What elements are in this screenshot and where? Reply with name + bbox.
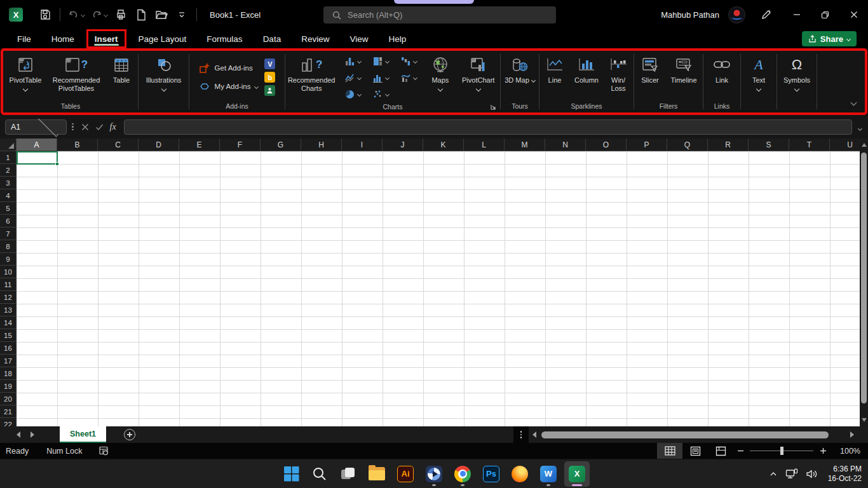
column-header-m[interactable]: M — [505, 139, 545, 151]
cancel-entry-button[interactable] — [81, 123, 89, 131]
clock[interactable]: 6:36 PM 16-Oct-22 — [828, 464, 862, 484]
redo-button[interactable] — [88, 5, 110, 24]
customize-quick-access-button[interactable] — [172, 5, 191, 24]
undo-button[interactable] — [65, 5, 87, 24]
row-header-16[interactable]: 16 — [0, 342, 17, 355]
feedback-pen-icon[interactable] — [756, 5, 777, 24]
menu-tab-help[interactable]: Help — [380, 29, 414, 48]
column-header-u[interactable]: U — [830, 139, 860, 151]
row-header-5[interactable]: 5 — [0, 202, 17, 215]
close-button[interactable] — [839, 0, 868, 29]
formula-input[interactable] — [124, 119, 852, 135]
charts-dialog-launcher[interactable] — [490, 104, 497, 111]
search-input[interactable]: Search (Alt+Q) — [323, 6, 556, 24]
print-preview-button[interactable] — [111, 5, 130, 24]
row-header-21[interactable]: 21 — [0, 405, 17, 418]
record-macro-button[interactable] — [98, 446, 109, 456]
addin-people-graph-icon[interactable] — [264, 85, 275, 96]
insert-combo-chart-button[interactable] — [395, 69, 423, 86]
vertical-scrollbar[interactable] — [860, 139, 868, 426]
scroll-right-arrow[interactable] — [850, 431, 854, 438]
table-button[interactable]: Table — [107, 53, 136, 85]
expand-formula-bar-button[interactable] — [857, 121, 863, 133]
page-break-preview-button[interactable] — [708, 443, 733, 459]
share-button[interactable]: Share — [802, 31, 857, 46]
scroll-left-arrow[interactable] — [532, 431, 536, 438]
sparkline-winloss-button[interactable]: Win/ Loss — [604, 53, 633, 93]
column-header-b[interactable]: B — [57, 139, 98, 151]
restore-button[interactable] — [811, 0, 839, 29]
row-header-11[interactable]: 11 — [0, 278, 17, 291]
row-header-12[interactable]: 12 — [0, 291, 17, 304]
confirm-entry-button[interactable] — [95, 123, 104, 131]
excel-button[interactable]: X — [564, 461, 590, 487]
column-header-o[interactable]: O — [586, 139, 627, 151]
column-header-a[interactable]: A — [17, 139, 57, 151]
row-header-6[interactable]: 6 — [0, 215, 17, 227]
new-sheet-button[interactable] — [124, 429, 135, 440]
illustrations-button[interactable]: Illustrations — [140, 53, 187, 91]
row-header-7[interactable]: 7 — [0, 227, 17, 240]
menu-tab-page-layout[interactable]: Page Layout — [130, 29, 195, 48]
hidden-icons-button[interactable] — [769, 470, 778, 478]
cells-area[interactable] — [17, 151, 860, 426]
symbols-button[interactable]: Ω Symbols — [779, 53, 815, 91]
user-avatar[interactable] — [728, 6, 745, 24]
column-header-c[interactable]: C — [98, 139, 139, 151]
row-header-10[interactable]: 10 — [0, 266, 17, 278]
menu-tab-formulas[interactable]: Formulas — [198, 29, 250, 48]
minimize-button[interactable] — [782, 0, 811, 29]
illustrator-button[interactable]: Ai — [393, 461, 418, 487]
column-header-n[interactable]: N — [545, 139, 586, 151]
column-header-r[interactable]: R — [708, 139, 749, 151]
pivottable-button[interactable]: PivotTable — [5, 53, 46, 91]
menu-tab-file[interactable]: File — [9, 29, 39, 48]
word-button[interactable]: W — [536, 461, 561, 487]
scroll-up-arrow[interactable] — [862, 143, 867, 147]
row-header-22[interactable]: 22 — [0, 418, 17, 426]
zoom-in-button[interactable] — [816, 447, 830, 454]
insert-column-chart-button[interactable] — [339, 53, 367, 69]
3d-map-button[interactable]: 3D Map — [503, 53, 537, 85]
recommended-charts-button[interactable]: ? Recommended Charts — [285, 53, 337, 93]
zoom-out-button[interactable] — [733, 447, 747, 454]
row-header-13[interactable]: 13 — [0, 304, 17, 316]
row-header-20[interactable]: 20 — [0, 393, 17, 405]
insert-line-chart-button[interactable] — [339, 69, 367, 86]
horizontal-scrollbar[interactable] — [531, 426, 868, 443]
insert-waterfall-chart-button[interactable] — [395, 53, 423, 69]
column-header-t[interactable]: T — [789, 139, 830, 151]
row-header-15[interactable]: 15 — [0, 329, 17, 342]
timeline-button[interactable]: Timeline — [665, 53, 702, 85]
insert-statistic-chart-button[interactable] — [367, 69, 395, 86]
row-header-8[interactable]: 8 — [0, 240, 17, 253]
column-header-s[interactable]: S — [749, 139, 789, 151]
chevron-down-icon[interactable] — [104, 12, 108, 17]
menu-tab-review[interactable]: Review — [293, 29, 337, 48]
insert-pie-chart-button[interactable] — [339, 86, 367, 102]
insert-function-button[interactable]: fx — [110, 122, 116, 132]
tab-scroll-splitter[interactable] — [513, 426, 529, 443]
column-header-h[interactable]: H — [301, 139, 342, 151]
maps-button[interactable]: Maps — [424, 53, 456, 91]
row-header-17[interactable]: 17 — [0, 355, 17, 367]
get-addins-button[interactable]: Get Add-ins — [199, 60, 259, 76]
start-button[interactable] — [278, 461, 304, 487]
row-header-14[interactable]: 14 — [0, 316, 17, 329]
menu-tab-view[interactable]: View — [341, 29, 376, 48]
vertical-scroll-thumb[interactable] — [861, 152, 867, 403]
volume-tray-button[interactable] — [806, 469, 818, 479]
page-layout-view-button[interactable] — [682, 443, 708, 459]
addin-visio-icon[interactable]: V — [264, 58, 275, 69]
insert-hierarchy-chart-button[interactable] — [367, 53, 395, 69]
zoom-level[interactable]: 100% — [830, 447, 860, 456]
sheet-tab-sheet1[interactable]: Sheet1 — [60, 426, 106, 443]
column-header-i[interactable]: I — [342, 139, 383, 151]
row-header-18[interactable]: 18 — [0, 367, 17, 380]
column-header-p[interactable]: P — [627, 139, 667, 151]
file-explorer-button[interactable] — [364, 461, 390, 487]
my-addins-button[interactable]: My Add-ins — [199, 78, 259, 95]
column-header-d[interactable]: D — [139, 139, 179, 151]
horizontal-scroll-thumb[interactable] — [541, 431, 829, 438]
row-header-1[interactable]: 1 — [0, 151, 17, 164]
